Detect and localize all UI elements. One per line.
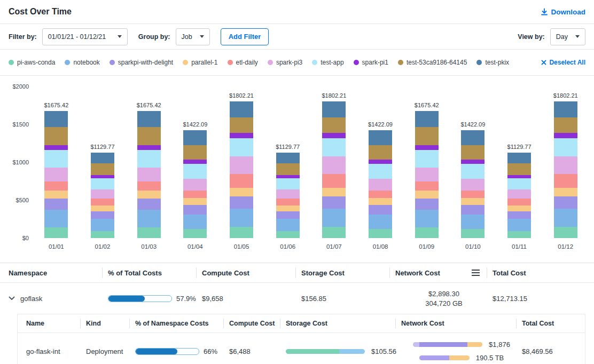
bar-column-01/07: $1802.21	[311, 86, 357, 238]
bar-segment-spark-pi3	[44, 168, 68, 181]
x-axis-label: 01/07	[311, 243, 357, 250]
bar-segment-pi-aws-conda	[369, 229, 392, 238]
stacked-bar-01/01[interactable]	[44, 111, 68, 238]
filter-by-label: Filter by:	[9, 33, 37, 41]
legend-label: test-app	[321, 59, 343, 66]
legend-label: etl-daily	[236, 59, 258, 66]
column-header-compute[interactable]: Compute Cost	[202, 263, 301, 282]
bar-segment-parallel-1	[507, 205, 531, 211]
network-volume-value: 190.5 TB	[476, 354, 504, 362]
header-bar: Cost Over Time Download	[0, 0, 594, 24]
bar-segment-test-53ca9186-64145	[369, 145, 392, 160]
chevron-down-icon	[575, 35, 580, 38]
bar-total-label: $1422.09	[460, 121, 485, 128]
legend-label: test-53ca9186-64145	[407, 59, 467, 66]
legend-swatch	[228, 60, 233, 65]
bar-segment-pi-aws-conda	[322, 227, 346, 238]
bar-segment-spark-pi3	[461, 179, 484, 191]
cost-over-time-chart: $0$500$1000$1500$2000 $1675.42$1129.77$1…	[0, 76, 594, 250]
legend-item-test-app[interactable]: test-app	[312, 59, 343, 66]
bar-segment-test-53ca9186-64145	[137, 127, 161, 145]
column-header-network[interactable]: Network Cost	[401, 314, 522, 333]
storage-cost-bar	[286, 349, 365, 354]
mini-bar-segment	[413, 342, 419, 347]
bar-segment-test-pkix	[230, 101, 253, 117]
column-menu-icon[interactable]	[472, 270, 480, 276]
stacked-bar-01/10[interactable]	[461, 130, 484, 238]
stacked-bar-01/12[interactable]	[554, 101, 577, 238]
progress-fill	[136, 349, 177, 354]
bar-segment-test-53ca9186-64145	[183, 145, 207, 160]
download-button[interactable]: Download	[541, 8, 586, 16]
bar-segment-sparkpi-with-delight	[276, 211, 300, 219]
bar-segment-spark-pi3	[137, 168, 161, 181]
bar-total-label: $1802.21	[553, 92, 578, 99]
table-row-go-flask-int[interactable]: go-flask-int Deployment 66% $6,488 $105.…	[18, 333, 585, 364]
stacked-bar-01/02[interactable]	[91, 153, 114, 238]
bar-segment-sparkpi-with-delight	[554, 196, 577, 209]
stacked-bar-01/08[interactable]	[369, 130, 392, 238]
legend-item-parallel-1[interactable]: parallel-1	[183, 59, 217, 66]
bar-segment-test-app	[369, 164, 392, 179]
legend-label: spark-pi1	[362, 59, 388, 66]
column-header-storage[interactable]: Storage Cost	[286, 314, 401, 333]
legend-item-pi-aws-conda[interactable]: pi-aws-conda	[9, 59, 55, 66]
bar-segment-pi-aws-conda	[137, 227, 161, 238]
legend-item-notebook[interactable]: notebook	[65, 59, 99, 66]
bar-segment-notebook	[44, 210, 68, 227]
column-header-kind[interactable]: Kind	[86, 314, 135, 333]
stacked-bar-01/11[interactable]	[507, 153, 531, 238]
compute-cost-cell: $6,488	[229, 333, 286, 364]
stacked-bar-01/06[interactable]	[276, 153, 300, 238]
legend-item-spark-pi1[interactable]: spark-pi1	[354, 59, 388, 66]
bar-column-01/03: $1675.42	[126, 86, 172, 238]
bar-segment-test-pkix	[137, 111, 161, 127]
stacked-bar-01/09[interactable]	[415, 111, 439, 238]
pct-namespace-label: 66%	[204, 347, 217, 355]
column-header-compute[interactable]: Compute Cost	[229, 314, 286, 333]
namespace-cell[interactable]: goflask	[9, 283, 108, 314]
bar-segment-spark-pi3	[230, 156, 253, 174]
column-header-pct-total[interactable]: % of Total Costs	[108, 263, 202, 282]
bar-segment-sparkpi-with-delight	[183, 205, 207, 215]
column-header-pct-namespace[interactable]: % of Namespace Costs	[135, 314, 229, 333]
column-header-name[interactable]: Name	[26, 314, 86, 333]
bar-segment-spark-pi1	[415, 145, 439, 150]
bar-segment-notebook	[276, 219, 300, 231]
legend-item-test-pkix[interactable]: test-pkix	[476, 59, 509, 66]
namespace-cost-table: Namespace % of Total Costs Compute Cost …	[0, 263, 594, 364]
deselect-all-button[interactable]: Deselect All	[541, 59, 585, 66]
legend-swatch	[476, 60, 482, 65]
stacked-bar-01/03[interactable]	[137, 111, 161, 238]
stacked-bar-01/05[interactable]	[230, 101, 253, 238]
group-by-select[interactable]: Job	[176, 28, 210, 45]
y-axis-tick: $1000	[12, 159, 29, 165]
bar-segment-test-53ca9186-64145	[230, 117, 253, 133]
chevron-down-icon[interactable]	[9, 296, 15, 300]
bar-segment-spark-pi1	[461, 160, 484, 164]
bar-segment-parallel-1	[276, 205, 300, 211]
date-range-select[interactable]: 01/01/21 - 01/12/21	[42, 28, 128, 45]
column-header-total[interactable]: Total Cost	[493, 263, 585, 282]
total-costs-progress-bar	[108, 295, 172, 302]
stacked-bar-01/04[interactable]	[183, 130, 207, 238]
bar-segment-spark-pi1	[230, 133, 253, 138]
table-row-goflask[interactable]: goflask 57.9% $9,658 $156.85 $2,898.30 3…	[0, 283, 594, 314]
view-by-select[interactable]: Day	[550, 28, 585, 45]
column-header-total[interactable]: Total Cost	[522, 314, 585, 333]
bar-segment-test-pkix	[415, 111, 439, 127]
column-header-network[interactable]: Network Cost	[395, 263, 493, 282]
legend-label: notebook	[73, 59, 99, 66]
bar-segment-test-53ca9186-64145	[554, 117, 577, 133]
legend-item-sparkpi-with-delight[interactable]: sparkpi-with-delight	[110, 59, 173, 66]
legend-item-spark-pi3[interactable]: spark-pi3	[268, 59, 302, 66]
bar-segment-test-53ca9186-64145	[507, 163, 531, 175]
bar-total-label: $1129.77	[90, 144, 114, 150]
legend-item-test-53ca9186-64145[interactable]: test-53ca9186-64145	[398, 59, 467, 66]
stacked-bar-01/07[interactable]	[322, 101, 346, 238]
column-header-storage[interactable]: Storage Cost	[301, 263, 395, 282]
add-filter-button[interactable]: Add Filter	[221, 28, 269, 45]
legend-item-etl-daily[interactable]: etl-daily	[228, 59, 258, 66]
column-header-namespace[interactable]: Namespace	[9, 263, 108, 282]
x-axis-label: 01/09	[403, 243, 450, 250]
